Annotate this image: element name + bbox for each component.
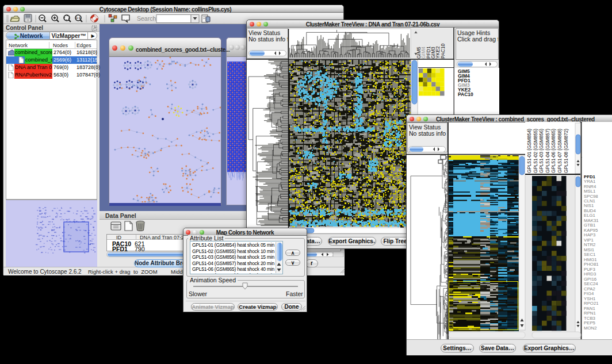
svg-text:GPL51-08 (GSM872): GPL51-08 (GSM872) xyxy=(563,129,569,173)
svg-text:MON2: MON2 xyxy=(584,325,597,331)
svg-text:GPL51-07 (GSM868): GPL51-07 (GSM868) xyxy=(557,129,563,173)
svg-text:GPL51-06 (GSM865): GPL51-06 (GSM865) xyxy=(550,129,556,173)
svg-text:1:1: 1:1 xyxy=(76,16,81,20)
svg-text:GPL51-04 (GSM857): GPL51-04 (GSM857) xyxy=(545,129,550,173)
svg-text:Search:: Search: xyxy=(137,15,158,22)
svg-text:PAC10: PAC10 xyxy=(440,43,446,59)
svg-text:GPL51-01 (GSM854): GPL51-01 (GSM854) xyxy=(526,129,532,173)
svg-text:PAC10: PAC10 xyxy=(458,91,473,97)
svg-text:GPL51-02 (GSM855): GPL51-02 (GSM855) xyxy=(533,129,538,173)
svg-text:GPL51-03 (GSM856): GPL51-03 (GSM856) xyxy=(538,129,544,173)
